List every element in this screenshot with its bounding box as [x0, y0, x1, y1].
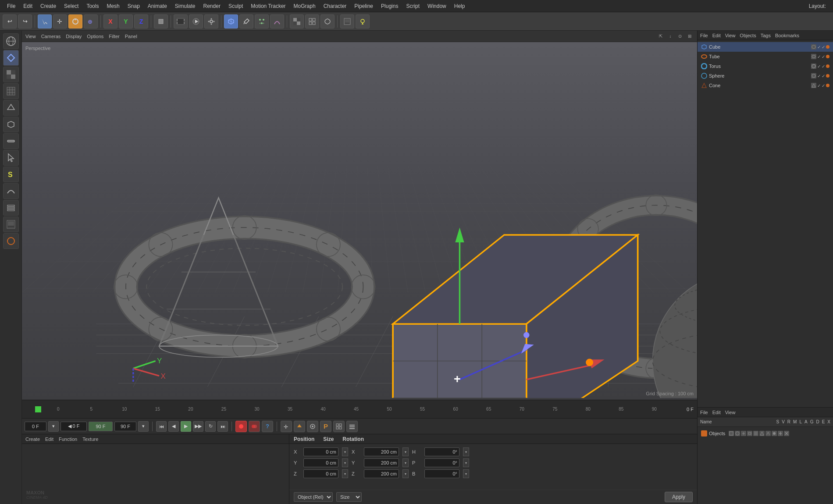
loop-button[interactable]: ↻	[205, 421, 216, 432]
timeline-marker[interactable]	[35, 406, 41, 412]
menu-window[interactable]: Window	[424, 2, 450, 11]
om-item-tube[interactable]: Tube ✓ ✓	[698, 52, 833, 61]
y-size-input[interactable]	[364, 458, 399, 467]
record-all-button[interactable]	[249, 421, 260, 432]
menu-plugins[interactable]: Plugins	[377, 2, 402, 11]
filmstrip-button[interactable]	[174, 14, 188, 28]
orange-circle-button[interactable]	[3, 233, 19, 249]
am-view[interactable]: View	[725, 410, 736, 415]
om-item-sphere[interactable]: Sphere ✓ ✓	[698, 71, 833, 81]
am-icon-9[interactable]	[778, 431, 783, 436]
am-icon-7[interactable]	[765, 431, 771, 436]
record-button[interactable]	[235, 421, 247, 432]
scale-button[interactable]: ⊕	[84, 14, 98, 28]
snap-button[interactable]: ✛	[281, 421, 292, 432]
x-pos-spinner[interactable]: ▾	[342, 447, 348, 456]
b-rot-spinner[interactable]: ▾	[463, 469, 469, 478]
fps-input[interactable]	[114, 422, 136, 431]
om-edit[interactable]: Edit	[712, 33, 721, 38]
apply-button[interactable]: Apply	[665, 492, 693, 502]
b-rot-input[interactable]	[424, 469, 459, 478]
world-button[interactable]	[3, 33, 19, 49]
menu-tools[interactable]: Tools	[83, 2, 102, 11]
bulb-button[interactable]	[356, 14, 370, 28]
p-rot-spinner[interactable]: ▾	[463, 458, 469, 467]
vp-icon-down[interactable]: ↓	[666, 32, 674, 40]
mat-function[interactable]: Function	[59, 437, 77, 442]
h-rot-input[interactable]	[424, 447, 459, 456]
cycle-button[interactable]	[307, 421, 318, 432]
timeline-ruler[interactable]: 0 5 10 15 20 25 30 35 40 45 50 55 60 65 …	[42, 400, 671, 418]
mat-edit[interactable]: Edit	[45, 437, 53, 442]
array-button[interactable]	[305, 14, 319, 28]
am-edit[interactable]: Edit	[712, 410, 721, 415]
key-button[interactable]	[294, 421, 305, 432]
undo-button[interactable]: ↩	[3, 14, 17, 28]
am-file[interactable]: File	[700, 410, 708, 415]
menu-render[interactable]: Render	[200, 2, 224, 11]
coord-system-select[interactable]: Object (Rel) World	[294, 492, 333, 502]
menu-sculpt[interactable]: Sculpt	[225, 2, 246, 11]
menu-motion-tracker[interactable]: Motion Tracker	[247, 2, 289, 11]
lasso-button[interactable]	[320, 14, 335, 28]
am-icon-10[interactable]	[784, 431, 789, 436]
tool3-button[interactable]	[3, 133, 19, 149]
render-view-button[interactable]	[340, 14, 354, 28]
mat-create[interactable]: Create	[25, 437, 40, 442]
coord-mode-select[interactable]: Size Scale	[336, 492, 362, 502]
om-objects[interactable]: Objects	[740, 33, 756, 38]
settings-button[interactable]	[204, 14, 218, 28]
help-button[interactable]: ?	[262, 421, 273, 432]
layer-button[interactable]	[3, 200, 19, 216]
select-mode-button[interactable]	[38, 14, 52, 28]
am-icon-3[interactable]	[741, 431, 746, 436]
x-pos-input[interactable]	[303, 447, 338, 456]
am-icon-4[interactable]	[747, 431, 752, 436]
checkerboard-button[interactable]	[290, 14, 304, 28]
menu-mograph[interactable]: MoGraph	[290, 2, 319, 11]
vp-cameras[interactable]: Cameras	[41, 34, 61, 39]
redo-button[interactable]: ↪	[18, 14, 32, 28]
z-size-spinner[interactable]: ▾	[402, 469, 409, 478]
menu-select[interactable]: Select	[61, 2, 82, 11]
vp-icon-arrows[interactable]: ⇱	[657, 32, 665, 40]
sculpt-btn[interactable]	[270, 14, 284, 28]
z-pos-input[interactable]	[303, 469, 338, 478]
mat-texture[interactable]: Texture	[82, 437, 98, 442]
object-button[interactable]	[154, 14, 168, 28]
current-frame-input[interactable]	[25, 422, 46, 431]
menu-character[interactable]: Character	[320, 2, 350, 11]
frame-input-down[interactable]: ▾	[48, 421, 59, 432]
y-pos-input[interactable]	[303, 458, 338, 467]
menu-simulate[interactable]: Simulate	[171, 2, 199, 11]
menu-edit[interactable]: Edit	[20, 2, 36, 11]
om-view[interactable]: View	[725, 33, 736, 38]
om-tags[interactable]: Tags	[761, 33, 771, 38]
om-file[interactable]: File	[700, 33, 708, 38]
step-back-button[interactable]: ◀	[168, 421, 179, 432]
rotate-button[interactable]	[68, 14, 82, 28]
x-size-spinner[interactable]: ▾	[402, 447, 409, 456]
spline-button[interactable]: S	[3, 167, 19, 182]
deform-button[interactable]	[3, 183, 19, 199]
z-size-input[interactable]	[364, 469, 399, 478]
menu-pipeline[interactable]: Pipeline	[351, 2, 377, 11]
step-forward-button[interactable]: ▶▶	[193, 421, 203, 432]
cursor-button[interactable]	[3, 150, 19, 166]
om-item-cube[interactable]: Cube ✓ ✓	[698, 42, 833, 52]
play-button[interactable]: ▶	[181, 421, 191, 432]
menu-animate[interactable]: Animate	[144, 2, 171, 11]
vp-panel[interactable]: Panel	[125, 34, 137, 39]
cube-side-button[interactable]	[3, 117, 19, 132]
viewport-select-button[interactable]	[3, 50, 19, 66]
am-icon-1[interactable]	[729, 431, 734, 436]
render-side-button[interactable]	[3, 217, 19, 232]
end-frame-input[interactable]	[89, 422, 113, 431]
vp-options[interactable]: Options	[87, 34, 103, 39]
am-icon-6[interactable]	[759, 431, 765, 436]
x-size-input[interactable]	[364, 447, 399, 456]
auto-key-button[interactable]: P	[320, 421, 331, 432]
z-pos-spinner[interactable]: ▾	[342, 469, 348, 478]
viewport[interactable]: View Cameras Display Options Filter Pane…	[22, 31, 697, 400]
particle-button[interactable]	[255, 14, 269, 28]
